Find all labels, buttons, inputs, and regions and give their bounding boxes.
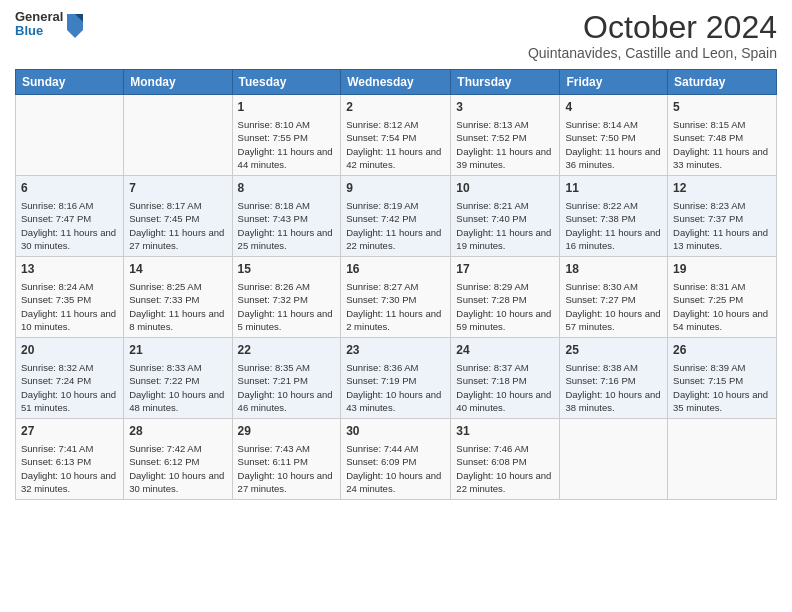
table-row	[560, 419, 668, 500]
sunrise-text: Sunrise: 7:42 AM	[129, 443, 201, 454]
day-number: 22	[238, 342, 336, 359]
day-number: 27	[21, 423, 118, 440]
table-row: 14 Sunrise: 8:25 AM Sunset: 7:33 PM Dayl…	[124, 257, 232, 338]
sunset-text: Sunset: 7:37 PM	[673, 213, 743, 224]
sunset-text: Sunset: 7:19 PM	[346, 375, 416, 386]
table-row: 5 Sunrise: 8:15 AM Sunset: 7:48 PM Dayli…	[668, 95, 777, 176]
page: General Blue October 2024 Quintanavides,…	[0, 0, 792, 612]
table-row: 8 Sunrise: 8:18 AM Sunset: 7:43 PM Dayli…	[232, 176, 341, 257]
sunset-text: Sunset: 7:43 PM	[238, 213, 308, 224]
sunrise-text: Sunrise: 8:21 AM	[456, 200, 528, 211]
sunset-text: Sunset: 7:33 PM	[129, 294, 199, 305]
table-row: 27 Sunrise: 7:41 AM Sunset: 6:13 PM Dayl…	[16, 419, 124, 500]
sunset-text: Sunset: 7:22 PM	[129, 375, 199, 386]
col-sunday: Sunday	[16, 70, 124, 95]
sunrise-text: Sunrise: 8:39 AM	[673, 362, 745, 373]
sunrise-text: Sunrise: 8:19 AM	[346, 200, 418, 211]
daylight-text: Daylight: 10 hours and 48 minutes.	[129, 389, 224, 413]
sunset-text: Sunset: 7:55 PM	[238, 132, 308, 143]
calendar-week-row: 27 Sunrise: 7:41 AM Sunset: 6:13 PM Dayl…	[16, 419, 777, 500]
sunrise-text: Sunrise: 8:13 AM	[456, 119, 528, 130]
calendar-week-row: 13 Sunrise: 8:24 AM Sunset: 7:35 PM Dayl…	[16, 257, 777, 338]
sunrise-text: Sunrise: 8:22 AM	[565, 200, 637, 211]
day-number: 16	[346, 261, 445, 278]
logo: General Blue	[15, 10, 85, 39]
col-tuesday: Tuesday	[232, 70, 341, 95]
table-row: 29 Sunrise: 7:43 AM Sunset: 6:11 PM Dayl…	[232, 419, 341, 500]
table-row: 21 Sunrise: 8:33 AM Sunset: 7:22 PM Dayl…	[124, 338, 232, 419]
day-number: 12	[673, 180, 771, 197]
daylight-text: Daylight: 10 hours and 40 minutes.	[456, 389, 551, 413]
table-row: 15 Sunrise: 8:26 AM Sunset: 7:32 PM Dayl…	[232, 257, 341, 338]
sunset-text: Sunset: 7:38 PM	[565, 213, 635, 224]
sunset-text: Sunset: 7:52 PM	[456, 132, 526, 143]
day-number: 11	[565, 180, 662, 197]
sunset-text: Sunset: 7:45 PM	[129, 213, 199, 224]
day-number: 9	[346, 180, 445, 197]
day-number: 28	[129, 423, 226, 440]
table-row: 22 Sunrise: 8:35 AM Sunset: 7:21 PM Dayl…	[232, 338, 341, 419]
day-number: 10	[456, 180, 554, 197]
calendar-week-row: 1 Sunrise: 8:10 AM Sunset: 7:55 PM Dayli…	[16, 95, 777, 176]
daylight-text: Daylight: 11 hours and 39 minutes.	[456, 146, 551, 170]
sunset-text: Sunset: 6:11 PM	[238, 456, 308, 467]
daylight-text: Daylight: 11 hours and 30 minutes.	[21, 227, 116, 251]
daylight-text: Daylight: 10 hours and 35 minutes.	[673, 389, 768, 413]
day-number: 3	[456, 99, 554, 116]
sunset-text: Sunset: 7:18 PM	[456, 375, 526, 386]
table-row: 9 Sunrise: 8:19 AM Sunset: 7:42 PM Dayli…	[341, 176, 451, 257]
day-number: 31	[456, 423, 554, 440]
daylight-text: Daylight: 10 hours and 27 minutes.	[238, 470, 333, 494]
table-row: 19 Sunrise: 8:31 AM Sunset: 7:25 PM Dayl…	[668, 257, 777, 338]
day-number: 4	[565, 99, 662, 116]
table-row: 28 Sunrise: 7:42 AM Sunset: 6:12 PM Dayl…	[124, 419, 232, 500]
sunset-text: Sunset: 7:42 PM	[346, 213, 416, 224]
daylight-text: Daylight: 11 hours and 16 minutes.	[565, 227, 660, 251]
calendar: Sunday Monday Tuesday Wednesday Thursday…	[15, 69, 777, 500]
sunset-text: Sunset: 7:15 PM	[673, 375, 743, 386]
sunset-text: Sunset: 6:13 PM	[21, 456, 91, 467]
sunset-text: Sunset: 7:50 PM	[565, 132, 635, 143]
sunset-text: Sunset: 7:40 PM	[456, 213, 526, 224]
table-row: 4 Sunrise: 8:14 AM Sunset: 7:50 PM Dayli…	[560, 95, 668, 176]
table-row: 1 Sunrise: 8:10 AM Sunset: 7:55 PM Dayli…	[232, 95, 341, 176]
sunrise-text: Sunrise: 8:26 AM	[238, 281, 310, 292]
sunrise-text: Sunrise: 8:31 AM	[673, 281, 745, 292]
table-row: 20 Sunrise: 8:32 AM Sunset: 7:24 PM Dayl…	[16, 338, 124, 419]
sunset-text: Sunset: 7:47 PM	[21, 213, 91, 224]
sunset-text: Sunset: 7:54 PM	[346, 132, 416, 143]
col-monday: Monday	[124, 70, 232, 95]
table-row: 2 Sunrise: 8:12 AM Sunset: 7:54 PM Dayli…	[341, 95, 451, 176]
table-row: 18 Sunrise: 8:30 AM Sunset: 7:27 PM Dayl…	[560, 257, 668, 338]
table-row: 17 Sunrise: 8:29 AM Sunset: 7:28 PM Dayl…	[451, 257, 560, 338]
day-number: 19	[673, 261, 771, 278]
sunset-text: Sunset: 7:24 PM	[21, 375, 91, 386]
day-number: 23	[346, 342, 445, 359]
sunrise-text: Sunrise: 7:44 AM	[346, 443, 418, 454]
daylight-text: Daylight: 11 hours and 33 minutes.	[673, 146, 768, 170]
daylight-text: Daylight: 10 hours and 51 minutes.	[21, 389, 116, 413]
day-number: 29	[238, 423, 336, 440]
daylight-text: Daylight: 10 hours and 43 minutes.	[346, 389, 441, 413]
day-number: 18	[565, 261, 662, 278]
logo-blue: Blue	[15, 24, 63, 38]
sunrise-text: Sunrise: 8:16 AM	[21, 200, 93, 211]
day-number: 5	[673, 99, 771, 116]
sunset-text: Sunset: 7:35 PM	[21, 294, 91, 305]
daylight-text: Daylight: 11 hours and 42 minutes.	[346, 146, 441, 170]
table-row	[668, 419, 777, 500]
day-number: 1	[238, 99, 336, 116]
daylight-text: Daylight: 10 hours and 38 minutes.	[565, 389, 660, 413]
sunrise-text: Sunrise: 7:43 AM	[238, 443, 310, 454]
table-row: 16 Sunrise: 8:27 AM Sunset: 7:30 PM Dayl…	[341, 257, 451, 338]
daylight-text: Daylight: 10 hours and 30 minutes.	[129, 470, 224, 494]
sunset-text: Sunset: 7:30 PM	[346, 294, 416, 305]
daylight-text: Daylight: 10 hours and 22 minutes.	[456, 470, 551, 494]
header: General Blue October 2024 Quintanavides,…	[15, 10, 777, 61]
calendar-week-row: 6 Sunrise: 8:16 AM Sunset: 7:47 PM Dayli…	[16, 176, 777, 257]
calendar-header-row: Sunday Monday Tuesday Wednesday Thursday…	[16, 70, 777, 95]
sunset-text: Sunset: 7:48 PM	[673, 132, 743, 143]
table-row: 26 Sunrise: 8:39 AM Sunset: 7:15 PM Dayl…	[668, 338, 777, 419]
daylight-text: Daylight: 10 hours and 57 minutes.	[565, 308, 660, 332]
sunset-text: Sunset: 7:27 PM	[565, 294, 635, 305]
